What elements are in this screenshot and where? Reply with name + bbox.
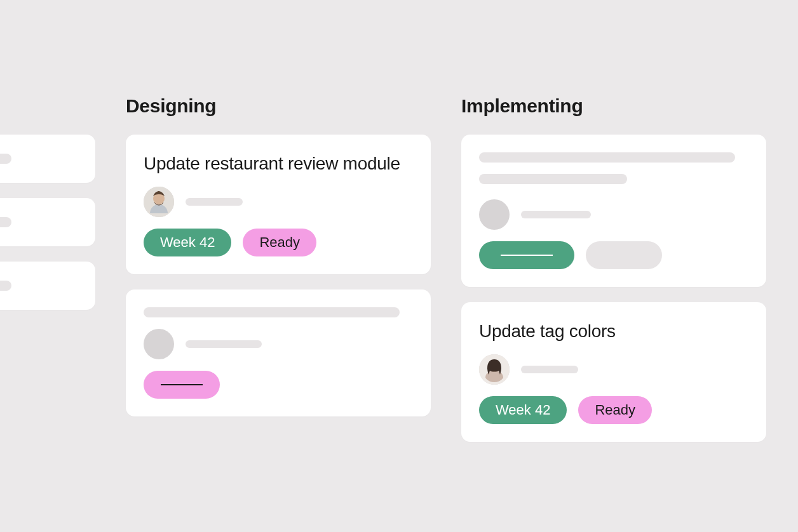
card-meta-row [479, 354, 748, 385]
status-tag[interactable]: Ready [243, 229, 316, 256]
week-tag[interactable]: Week 42 [479, 396, 567, 424]
card-meta-placeholder [186, 198, 243, 206]
kanban-card-placeholder[interactable] [0, 135, 95, 183]
card-meta-row [144, 187, 413, 217]
card-meta-row [144, 329, 413, 359]
kanban-card-placeholder[interactable] [0, 198, 95, 246]
card-tags [144, 371, 413, 399]
card-tags [479, 241, 748, 269]
status-tag-placeholder [144, 371, 220, 399]
avatar-placeholder [479, 199, 510, 230]
kanban-column-implementing: Implementing Update tag colors [461, 95, 766, 442]
card-meta-row [479, 199, 748, 230]
placeholder-line [186, 340, 262, 348]
kanban-column-designing: Designing Update restaurant review modul… [126, 95, 431, 416]
kanban-column-placeholder-left [0, 135, 95, 310]
status-tag[interactable]: Ready [578, 396, 652, 424]
avatar[interactable] [144, 187, 174, 217]
placeholder-line [521, 211, 591, 218]
avatar-placeholder [144, 329, 174, 359]
card-meta-placeholder [521, 366, 578, 373]
week-tag[interactable]: Week 42 [144, 229, 231, 256]
avatar[interactable] [479, 354, 510, 385]
column-title-designing: Designing [126, 95, 431, 117]
card-tags: Week 42 Ready [479, 396, 748, 424]
card-title: Update restaurant review module [144, 152, 413, 175]
kanban-card[interactable]: Update tag colors Week 42 Ready [461, 302, 766, 442]
kanban-card[interactable]: Update restaurant review module Week 42 … [126, 135, 431, 274]
placeholder-line [144, 307, 400, 317]
placeholder-line [479, 174, 627, 184]
status-tag-placeholder [586, 241, 662, 269]
kanban-card-placeholder[interactable] [0, 262, 95, 310]
week-tag-placeholder [479, 241, 574, 269]
placeholder-line [479, 152, 735, 163]
card-title: Update tag colors [479, 320, 748, 343]
kanban-card-placeholder[interactable] [126, 289, 431, 416]
kanban-card-placeholder[interactable] [461, 135, 766, 287]
kanban-board: Designing Update restaurant review modul… [0, 95, 766, 442]
card-tags: Week 42 Ready [144, 229, 413, 256]
column-title-implementing: Implementing [461, 95, 766, 117]
